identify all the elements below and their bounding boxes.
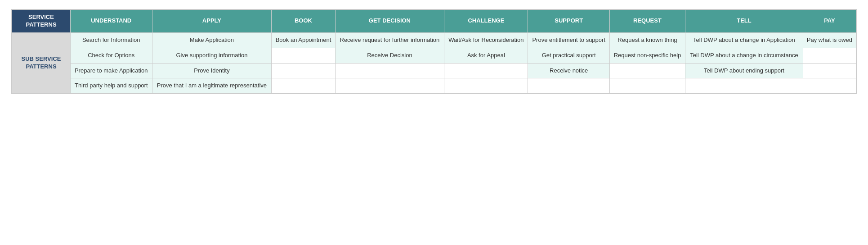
- cell-tell-2: Tell DWP about a change in circumstance: [685, 48, 803, 63]
- sub-service-patterns-label: SUB SERVICE PATTERNS: [12, 32, 71, 94]
- table-row: Check for Options Give supporting inform…: [12, 48, 856, 63]
- header-label-text: SERVICE PATTERNS: [26, 14, 56, 28]
- cell-book-1: Book an Appointment: [272, 32, 335, 48]
- col-header-apply: APPLY: [152, 10, 272, 33]
- cell-getdecision-4: [335, 78, 444, 94]
- cell-pay-1: Pay what is owed: [803, 32, 856, 48]
- table-row: Prepare to make Application Prove Identi…: [12, 63, 856, 78]
- cell-book-2: [272, 48, 335, 63]
- service-patterns-table: SERVICE PATTERNS UNDERSTAND APPLY BOOK G…: [11, 9, 857, 94]
- col-header-tell: TELL: [685, 10, 803, 33]
- cell-understand-4: Third party help and support: [71, 78, 152, 94]
- cell-getdecision-1: Receive request for further information: [335, 32, 444, 48]
- cell-book-3: [272, 63, 335, 78]
- cell-pay-4: [803, 78, 856, 94]
- col-header-book: BOOK: [272, 10, 335, 33]
- col-header-pay: PAY: [803, 10, 856, 33]
- col-header-get-decision: GET DECISION: [335, 10, 444, 33]
- cell-support-3: Receive notice: [528, 63, 609, 78]
- cell-getdecision-2: Receive Decision: [335, 48, 444, 63]
- cell-understand-2: Check for Options: [71, 48, 152, 63]
- cell-support-2: Get practical support: [528, 48, 609, 63]
- cell-tell-3: Tell DWP about ending support: [685, 63, 803, 78]
- cell-understand-3: Prepare to make Application: [71, 63, 152, 78]
- col-header-challenge: CHALLENGE: [444, 10, 528, 33]
- table-row: Third party help and support Prove that …: [12, 78, 856, 94]
- cell-support-4: [528, 78, 609, 94]
- cell-apply-3: Prove Identity: [152, 63, 272, 78]
- cell-pay-3: [803, 63, 856, 78]
- cell-request-3: [609, 63, 685, 78]
- cell-challenge-1: Wait/Ask for Reconsideration: [444, 32, 528, 48]
- cell-understand-1: Search for Information: [71, 32, 152, 48]
- cell-challenge-2: Ask for Appeal: [444, 48, 528, 63]
- cell-apply-1: Make Application: [152, 32, 272, 48]
- cell-challenge-4: [444, 78, 528, 94]
- cell-apply-2: Give supporting information: [152, 48, 272, 63]
- cell-support-1: Prove entitlement to support: [528, 32, 609, 48]
- cell-pay-2: [803, 48, 856, 63]
- cell-challenge-3: [444, 63, 528, 78]
- cell-request-2: Request non-specific help: [609, 48, 685, 63]
- cell-tell-1: Tell DWP about a change in Application: [685, 32, 803, 48]
- col-header-understand: UNDERSTAND: [71, 10, 152, 33]
- cell-request-4: [609, 78, 685, 94]
- cell-book-4: [272, 78, 335, 94]
- col-header-support: SUPPORT: [528, 10, 609, 33]
- service-patterns-header: SERVICE PATTERNS: [12, 10, 71, 33]
- cell-apply-4: Prove that I am a legitimate representat…: [152, 78, 272, 94]
- cell-tell-4: [685, 78, 803, 94]
- col-header-request: REQUEST: [609, 10, 685, 33]
- table-row: SUB SERVICE PATTERNS Search for Informat…: [12, 32, 856, 48]
- cell-request-1: Request a known thing: [609, 32, 685, 48]
- cell-getdecision-3: [335, 63, 444, 78]
